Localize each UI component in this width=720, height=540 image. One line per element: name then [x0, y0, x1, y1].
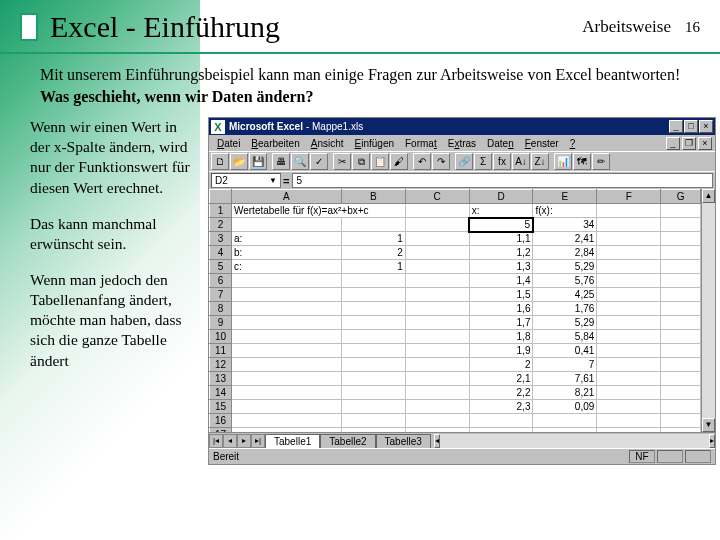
- row-header[interactable]: 15: [210, 400, 232, 414]
- cell[interactable]: 1,8: [469, 330, 533, 344]
- chevron-down-icon[interactable]: ▼: [269, 176, 277, 185]
- row-header[interactable]: 8: [210, 302, 232, 316]
- new-icon[interactable]: 🗋: [211, 153, 229, 170]
- cell[interactable]: 1,6: [469, 302, 533, 316]
- cell[interactable]: b:: [231, 246, 341, 260]
- col-header-a[interactable]: A: [231, 190, 341, 204]
- format-painter-icon[interactable]: 🖌: [390, 153, 408, 170]
- minimize-button[interactable]: _: [669, 120, 683, 133]
- cell[interactable]: 5,84: [533, 330, 597, 344]
- tab-prev-icon[interactable]: ◂: [223, 434, 237, 448]
- cell[interactable]: 7,61: [533, 372, 597, 386]
- doc-restore-button[interactable]: ❐: [682, 137, 696, 150]
- function-icon[interactable]: fx: [493, 153, 511, 170]
- cell[interactable]: c:: [231, 260, 341, 274]
- cell[interactable]: x:: [469, 204, 533, 218]
- cell[interactable]: 0,09: [533, 400, 597, 414]
- undo-icon[interactable]: ↶: [413, 153, 431, 170]
- row-header[interactable]: 16: [210, 414, 232, 428]
- cell[interactable]: 0,41: [533, 344, 597, 358]
- maximize-button[interactable]: □: [684, 120, 698, 133]
- cell[interactable]: 1,5: [469, 288, 533, 302]
- tab-first-icon[interactable]: |◂: [209, 434, 223, 448]
- row-header[interactable]: 11: [210, 344, 232, 358]
- doc-close-button[interactable]: ×: [698, 137, 712, 150]
- doc-minimize-button[interactable]: _: [666, 137, 680, 150]
- row-header[interactable]: 7: [210, 288, 232, 302]
- col-header-c[interactable]: C: [405, 190, 469, 204]
- tab-last-icon[interactable]: ▸|: [251, 434, 265, 448]
- sort-desc-icon[interactable]: Z↓: [531, 153, 549, 170]
- row-header[interactable]: 17: [210, 428, 232, 433]
- hyperlink-icon[interactable]: 🔗: [455, 153, 473, 170]
- paste-icon[interactable]: 📋: [371, 153, 389, 170]
- cell[interactable]: 2: [341, 246, 405, 260]
- print-icon[interactable]: 🖶: [272, 153, 290, 170]
- horizontal-scrollbar[interactable]: ◂ ▸: [434, 434, 715, 448]
- cell[interactable]: 1,9: [469, 344, 533, 358]
- cell[interactable]: 1,7: [469, 316, 533, 330]
- cell[interactable]: 4,25: [533, 288, 597, 302]
- cell[interactable]: 1,76: [533, 302, 597, 316]
- cell[interactable]: 2: [469, 358, 533, 372]
- cell[interactable]: 8,21: [533, 386, 597, 400]
- col-header-d[interactable]: D: [469, 190, 533, 204]
- formula-input[interactable]: 5: [292, 173, 713, 188]
- row-header[interactable]: 1: [210, 204, 232, 218]
- select-all-cell[interactable]: [210, 190, 232, 204]
- cell[interactable]: 1: [341, 232, 405, 246]
- cell[interactable]: a:: [231, 232, 341, 246]
- cell[interactable]: 2,1: [469, 372, 533, 386]
- cell[interactable]: 1,1: [469, 232, 533, 246]
- menu-datei[interactable]: Datei: [212, 138, 245, 149]
- scroll-up-icon[interactable]: ▲: [702, 189, 715, 203]
- row-header[interactable]: 9: [210, 316, 232, 330]
- col-header-g[interactable]: G: [661, 190, 701, 204]
- autosum-icon[interactable]: Σ: [474, 153, 492, 170]
- tab-next-icon[interactable]: ▸: [237, 434, 251, 448]
- copy-icon[interactable]: ⧉: [352, 153, 370, 170]
- cell[interactable]: 5,29: [533, 316, 597, 330]
- menu-daten[interactable]: Daten: [482, 138, 519, 149]
- row-header[interactable]: 13: [210, 372, 232, 386]
- menu-format[interactable]: Format: [400, 138, 442, 149]
- row-header[interactable]: 5: [210, 260, 232, 274]
- row-header[interactable]: 2: [210, 218, 232, 232]
- menu-einfuegen[interactable]: Einfügen: [350, 138, 399, 149]
- sheet-tab-2[interactable]: Tabelle2: [320, 434, 375, 448]
- cell[interactable]: 2,3: [469, 400, 533, 414]
- active-cell[interactable]: 5: [469, 218, 533, 232]
- menu-ansicht[interactable]: Ansicht: [306, 138, 349, 149]
- col-header-f[interactable]: F: [597, 190, 661, 204]
- scroll-down-icon[interactable]: ▼: [702, 418, 715, 432]
- save-icon[interactable]: 💾: [249, 153, 267, 170]
- row-header[interactable]: 4: [210, 246, 232, 260]
- cell[interactable]: 5,29: [533, 260, 597, 274]
- row-header[interactable]: 6: [210, 274, 232, 288]
- cell[interactable]: 1,3: [469, 260, 533, 274]
- cell[interactable]: 2,2: [469, 386, 533, 400]
- row-header[interactable]: 10: [210, 330, 232, 344]
- row-header[interactable]: 3: [210, 232, 232, 246]
- cut-icon[interactable]: ✂: [333, 153, 351, 170]
- scroll-track[interactable]: [702, 203, 715, 418]
- vertical-scrollbar[interactable]: ▲ ▼: [701, 189, 715, 432]
- col-header-e[interactable]: E: [533, 190, 597, 204]
- sort-asc-icon[interactable]: A↓: [512, 153, 530, 170]
- drawing-icon[interactable]: ✏: [592, 153, 610, 170]
- map-icon[interactable]: 🗺: [573, 153, 591, 170]
- cell[interactable]: 7: [533, 358, 597, 372]
- row-header[interactable]: 14: [210, 386, 232, 400]
- preview-icon[interactable]: 🔍: [291, 153, 309, 170]
- open-icon[interactable]: 📂: [230, 153, 248, 170]
- menu-bearbeiten[interactable]: Bearbeiten: [246, 138, 304, 149]
- equals-icon[interactable]: =: [283, 175, 289, 187]
- cell[interactable]: 1,2: [469, 246, 533, 260]
- name-box[interactable]: D2▼: [211, 173, 281, 188]
- row-header[interactable]: 12: [210, 358, 232, 372]
- sheet-tab-1[interactable]: Tabelle1: [265, 434, 320, 448]
- cell[interactable]: 2,41: [533, 232, 597, 246]
- cell[interactable]: 5,76: [533, 274, 597, 288]
- menu-extras[interactable]: Extras: [443, 138, 481, 149]
- scroll-right-icon[interactable]: ▸: [709, 434, 715, 448]
